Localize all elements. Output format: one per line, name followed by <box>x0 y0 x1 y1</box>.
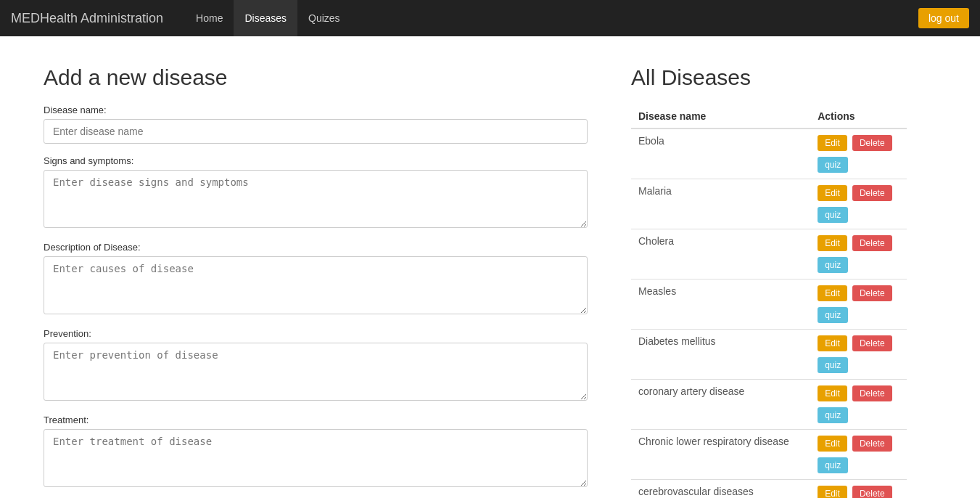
actions-cell: EditDeletequiz <box>810 330 907 380</box>
disease-name-cell: coronary artery disease <box>631 380 810 430</box>
disease-name-label: Disease name: <box>44 105 588 115</box>
delete-button[interactable]: Delete <box>852 385 892 401</box>
delete-button[interactable]: Delete <box>852 335 892 351</box>
disease-name-cell: Chronic lower respiratory disease <box>631 430 810 480</box>
disease-name-cell: Cholera <box>631 229 810 279</box>
brand-title: MEDHealth Administration <box>11 11 163 26</box>
prevention-label: Prevention: <box>44 328 588 339</box>
actions-cell: EditDeletequiz <box>810 380 907 430</box>
add-disease-panel: Add a new disease Disease name: Signs an… <box>44 65 588 498</box>
delete-button[interactable]: Delete <box>852 436 892 452</box>
delete-button[interactable]: Delete <box>852 185 892 201</box>
treatment-label: Treatment: <box>44 415 588 425</box>
nav-quizes[interactable]: Quizes <box>297 0 351 36</box>
disease-name-input[interactable] <box>44 119 588 144</box>
edit-button[interactable]: Edit <box>818 135 847 151</box>
edit-button[interactable]: Edit <box>818 436 847 452</box>
diseases-table: Disease name Actions EbolaEditDeletequiz… <box>631 105 907 498</box>
prevention-input[interactable] <box>44 343 588 401</box>
actions-cell: EditDeletequiz <box>810 480 907 499</box>
disease-name-cell: cerebrovascular diseases <box>631 480 810 499</box>
disease-name-cell: Malaria <box>631 179 810 229</box>
add-disease-title: Add a new disease <box>44 65 588 90</box>
nav-home[interactable]: Home <box>185 0 234 36</box>
table-row: MeaslesEditDeletequiz <box>631 279 907 330</box>
table-row: Diabetes mellitusEditDeletequiz <box>631 330 907 380</box>
signs-symptoms-group: Signs and symptoms: <box>44 155 588 230</box>
logout-button[interactable]: log out <box>918 8 969 28</box>
quiz-button[interactable]: quiz <box>818 257 848 273</box>
signs-symptoms-label: Signs and symptoms: <box>44 155 588 166</box>
edit-button[interactable]: Edit <box>818 335 847 351</box>
disease-name-cell: Measles <box>631 279 810 330</box>
actions-cell: EditDeletequiz <box>810 229 907 279</box>
col-disease-name: Disease name <box>631 105 810 128</box>
quiz-button[interactable]: quiz <box>818 357 848 373</box>
disease-name-cell: Ebola <box>631 128 810 179</box>
edit-button[interactable]: Edit <box>818 385 847 401</box>
prevention-group: Prevention: <box>44 328 588 403</box>
quiz-button[interactable]: quiz <box>818 207 848 223</box>
delete-button[interactable]: Delete <box>852 135 892 151</box>
edit-button[interactable]: Edit <box>818 486 847 498</box>
quiz-button[interactable]: quiz <box>818 457 848 473</box>
edit-button[interactable]: Edit <box>818 285 847 301</box>
col-actions: Actions <box>810 105 907 128</box>
all-diseases-title: All Diseases <box>631 65 907 90</box>
delete-button[interactable]: Delete <box>852 486 892 498</box>
navbar: MEDHealth Administration Home Diseases Q… <box>0 0 980 36</box>
delete-button[interactable]: Delete <box>852 285 892 301</box>
quiz-button[interactable]: quiz <box>818 307 848 323</box>
quiz-button[interactable]: quiz <box>818 157 848 173</box>
actions-cell: EditDeletequiz <box>810 279 907 330</box>
actions-cell: EditDeletequiz <box>810 179 907 229</box>
table-row: cerebrovascular diseasesEditDeletequiz <box>631 480 907 499</box>
disease-name-cell: Diabetes mellitus <box>631 330 810 380</box>
edit-button[interactable]: Edit <box>818 235 847 251</box>
table-row: EbolaEditDeletequiz <box>631 128 907 179</box>
treatment-input[interactable] <box>44 429 588 487</box>
nav-links: Home Diseases Quizes <box>185 0 351 36</box>
all-diseases-panel: All Diseases Disease name Actions EbolaE… <box>631 65 907 498</box>
table-row: CholeraEditDeletequiz <box>631 229 907 279</box>
edit-button[interactable]: Edit <box>818 185 847 201</box>
description-label: Description of Disease: <box>44 242 588 253</box>
main-container: Add a new disease Disease name: Signs an… <box>0 36 980 498</box>
quiz-button[interactable]: quiz <box>818 407 848 423</box>
nav-diseases[interactable]: Diseases <box>234 0 297 36</box>
table-row: Chronic lower respiratory diseaseEditDel… <box>631 430 907 480</box>
actions-cell: EditDeletequiz <box>810 430 907 480</box>
disease-name-group: Disease name: <box>44 105 588 144</box>
delete-button[interactable]: Delete <box>852 235 892 251</box>
actions-cell: EditDeletequiz <box>810 128 907 179</box>
description-group: Description of Disease: <box>44 242 588 317</box>
table-row: coronary artery diseaseEditDeletequiz <box>631 380 907 430</box>
table-row: MalariaEditDeletequiz <box>631 179 907 229</box>
signs-symptoms-input[interactable] <box>44 170 588 228</box>
description-input[interactable] <box>44 256 588 314</box>
table-header-row: Disease name Actions <box>631 105 907 128</box>
treatment-group: Treatment: <box>44 415 588 489</box>
